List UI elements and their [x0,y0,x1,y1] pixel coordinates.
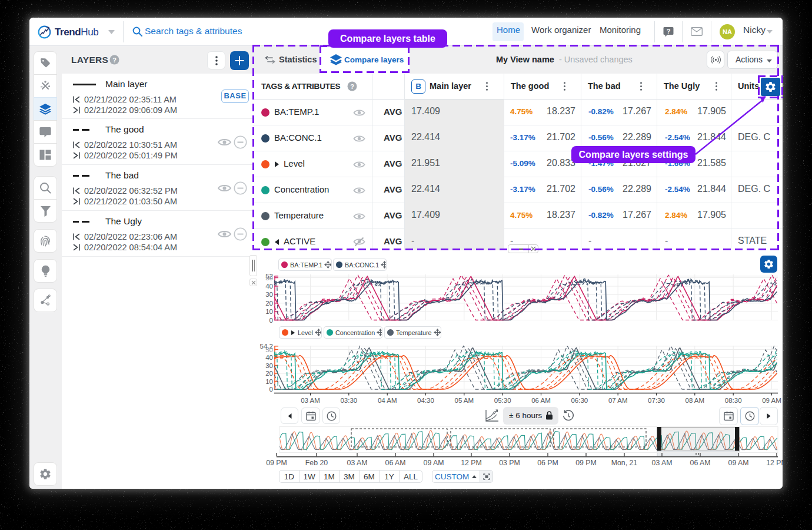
svg-text:Feb 20: Feb 20 [305,459,328,467]
svg-text:10: 10 [265,378,273,385]
svg-text:05:30: 05:30 [494,397,511,404]
svg-text:12 PM: 12 PM [766,459,783,467]
svg-text:50: 50 [265,274,273,281]
svg-text:20: 20 [265,300,273,307]
svg-text:12 PM: 12 PM [461,459,482,467]
svg-text:09 AM: 09 AM [728,459,749,467]
svg-text:07 AM: 07 AM [608,397,628,404]
svg-text:Mon, 21: Mon, 21 [611,459,638,467]
svg-text:08:30: 08:30 [725,397,742,404]
svg-text:40: 40 [265,354,273,361]
svg-text:0: 0 [269,317,273,324]
svg-text:05 AM: 05 AM [454,397,474,404]
svg-text:30: 30 [265,362,273,369]
svg-text:06:30: 06:30 [571,397,588,404]
svg-text:?: ? [350,83,354,90]
svg-text:09 AM: 09 AM [424,459,444,467]
svg-text:04:30: 04:30 [417,397,434,404]
svg-text:20: 20 [265,370,273,377]
svg-text:0: 0 [269,386,273,393]
svg-text:50: 50 [265,346,273,353]
svg-text:06 AM: 06 AM [385,459,406,467]
svg-text:?: ? [112,57,117,64]
svg-text:09 PM: 09 PM [266,459,287,467]
svg-text:03 AM: 03 AM [652,459,673,467]
svg-text:06 PM: 06 PM [537,459,558,467]
svg-text:40: 40 [265,283,273,290]
svg-text:03 AM: 03 AM [301,397,320,404]
svg-text:03 PM: 03 PM [499,459,520,467]
svg-text:09 PM: 09 PM [575,459,597,467]
svg-text:10: 10 [265,308,273,315]
svg-text:06 AM: 06 AM [531,397,551,404]
svg-text:04 AM: 04 AM [378,397,397,404]
svg-text:03 AM: 03 AM [347,459,368,467]
svg-text:30: 30 [265,291,273,298]
svg-text:?: ? [667,28,671,35]
svg-text:09 AM: 09 AM [762,397,781,404]
svg-text:07:30: 07:30 [648,397,665,404]
svg-text:06 AM: 06 AM [690,459,711,467]
svg-text:08 AM: 08 AM [685,397,704,404]
svg-text:03:30: 03:30 [340,397,357,404]
